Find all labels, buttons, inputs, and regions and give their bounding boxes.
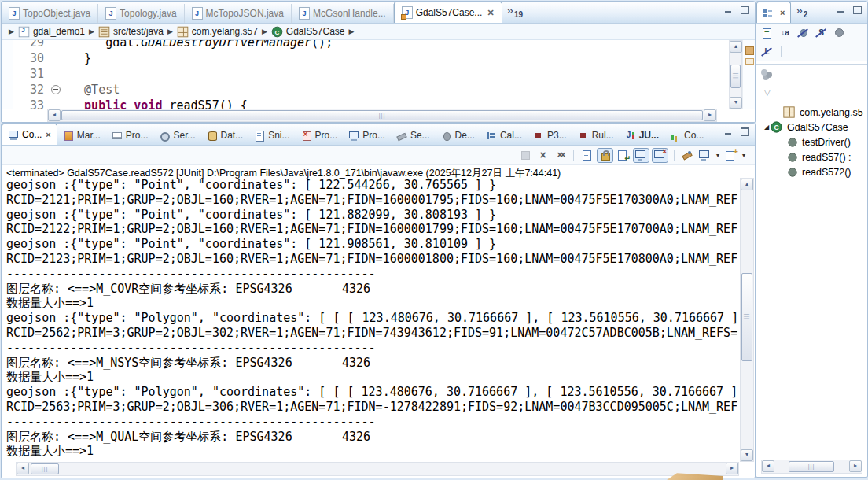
view-tab[interactable]: Ser...	[153, 126, 200, 145]
editor-tab[interactable]: Topology.java	[98, 4, 185, 23]
close-icon[interactable]: ×	[46, 130, 50, 139]
view-tab[interactable]: Pro...	[106, 126, 154, 145]
editor-tab[interactable]: McTopoJSON.java	[185, 4, 292, 23]
clear-console-icon[interactable]	[579, 149, 594, 162]
maximize-button[interactable]	[740, 127, 750, 136]
maximize-button[interactable]	[852, 6, 862, 14]
close-icon[interactable]: ✕	[487, 8, 494, 18]
breadcrumb-item[interactable]: gdal_demo1	[33, 26, 85, 37]
sort-icon[interactable]	[778, 26, 793, 39]
overview-ruler	[742, 40, 755, 109]
pin-console-icon[interactable]	[680, 149, 695, 162]
code-line[interactable]: 31	[13, 66, 715, 82]
view-tab[interactable]: P3...	[528, 126, 572, 145]
collapse-all-icon[interactable]	[760, 26, 774, 39]
scrollbar-thumb[interactable]	[61, 110, 703, 120]
outline-tab-overflow-chevron[interactable]: »2	[796, 6, 807, 20]
terminate-icon[interactable]	[518, 149, 533, 162]
scrollbar-thumb[interactable]	[31, 463, 59, 474]
console-horizontal-scrollbar[interactable]: ◂ ▸	[16, 462, 739, 476]
layered-circles-icon[interactable]	[761, 69, 775, 80]
tree-item[interactable]: testDriver()	[756, 135, 867, 150]
open-console-icon[interactable]	[723, 149, 738, 162]
hide-nonpublic-icon[interactable]	[832, 26, 847, 39]
scroll-right-arrow[interactable]: ▸	[849, 460, 862, 472]
hide-local-types-icon[interactable]	[760, 45, 774, 58]
editor-vertical-scrollbar[interactable]: ▴ ▾	[729, 40, 742, 109]
view-tab[interactable]: JU...	[620, 126, 664, 145]
hide-fields-icon[interactable]	[796, 26, 811, 39]
tree-item[interactable]: readS57() :	[756, 150, 867, 164]
editor-tab[interactable]: McGsonHandle...	[292, 4, 394, 23]
view-tab[interactable]: Co...	[664, 126, 709, 145]
editor-tab[interactable]: GdalS57Case...✕	[394, 2, 502, 23]
scroll-down-arrow[interactable]: ▾	[730, 97, 742, 109]
minimize-button[interactable]	[723, 6, 734, 14]
breadcrumb-item[interactable]: src/test/java	[113, 26, 164, 37]
scroll-up-arrow[interactable]: ▴	[741, 179, 753, 190]
remove-all-terminated-icon[interactable]	[553, 149, 568, 162]
view-tab[interactable]: De...	[436, 126, 480, 145]
tree-expander[interactable]: ◢	[763, 124, 771, 131]
console-output[interactable]: geojson :{"type": "Point", "coordinates"…	[2, 178, 741, 462]
outline-horizontal-scrollbar[interactable]: ◂ ▸	[761, 460, 862, 474]
dropdown-arrow-icon[interactable]: ▾	[716, 152, 719, 159]
scroll-left-arrow[interactable]: ◂	[48, 109, 61, 121]
display-console-icon[interactable]	[697, 149, 712, 162]
view-tab[interactable]: Rul...	[572, 126, 620, 145]
scroll-lock-icon[interactable]	[597, 148, 613, 163]
code-segment: }	[84, 51, 91, 65]
console-vertical-scrollbar[interactable]: ▴ ▾	[740, 178, 754, 462]
scrollbar-thumb[interactable]	[730, 65, 741, 88]
scroll-right-arrow[interactable]: ▸	[704, 109, 716, 121]
show-stderr-icon[interactable]	[652, 148, 668, 163]
console-line: RCID=2563;PRIM=3;GRUP=2;OBJL=306;RVER=1;…	[6, 400, 741, 415]
scrollbar-thumb[interactable]	[741, 273, 752, 361]
fold-collapse-icon[interactable]	[51, 85, 61, 94]
scroll-up-arrow[interactable]: ▴	[730, 41, 742, 53]
view-tab[interactable]: Se...	[391, 126, 436, 145]
minimize-button[interactable]	[723, 127, 734, 136]
code-editor[interactable]: 29 gdal.GDALDestroyDriverManager();30 }3…	[2, 40, 755, 122]
view-tab[interactable]: Co...×	[2, 124, 57, 145]
minimize-button[interactable]	[836, 6, 846, 14]
show-stdout-icon[interactable]	[633, 148, 649, 163]
view-tab[interactable]: Pro...	[296, 126, 344, 145]
code-line[interactable]: 30 }	[13, 50, 715, 66]
tree-item[interactable]: readS572()	[756, 164, 867, 179]
view-tab[interactable]: Cal...	[480, 126, 528, 145]
view-tab[interactable]: Sni...	[248, 126, 295, 145]
code-line[interactable]: 32 @Test	[13, 82, 715, 98]
tree-item[interactable]: ◢GdalS57Case	[756, 120, 867, 135]
dropdown-arrow-icon[interactable]: ▾	[742, 152, 745, 159]
tree-item[interactable]: com.yelang.s5	[756, 105, 867, 120]
breadcrumb-item[interactable]: GdalS57Case	[286, 26, 345, 37]
maximize-button[interactable]	[740, 6, 750, 14]
breadcrumb-item[interactable]: com.yelang.s57	[192, 26, 258, 37]
hide-static-icon[interactable]	[814, 26, 829, 39]
editor-tab-label: McGsonHandle...	[313, 8, 386, 19]
scroll-left-arrow[interactable]: ◂	[762, 460, 774, 472]
scroll-right-arrow[interactable]: ▸	[726, 463, 738, 474]
view-menu-chevron[interactable]: ▽	[764, 88, 867, 97]
view-tab[interactable]: Mar...	[57, 126, 106, 145]
console-line: 数据量大小==>1	[6, 296, 741, 311]
editor-tab-overflow-chevron[interactable]: »19	[507, 6, 523, 20]
editor-horizontal-scrollbar[interactable]: ◂ ▸	[47, 109, 717, 122]
line-number: 29	[13, 40, 50, 50]
scroll-down-arrow[interactable]: ▾	[741, 449, 753, 461]
scroll-left-arrow[interactable]: ◂	[17, 463, 29, 474]
editor-tab[interactable]: TopoObject.java	[2, 4, 98, 23]
close-icon[interactable]: ×	[780, 8, 785, 17]
view-tab-label: Rul...	[592, 130, 614, 141]
scrollbar-thumb[interactable]	[789, 461, 834, 472]
word-wrap-icon[interactable]	[616, 149, 631, 162]
view-tab[interactable]: Dat...	[201, 126, 249, 145]
annotation-mark[interactable]	[745, 46, 754, 55]
annotation-mark[interactable]	[745, 58, 754, 65]
view-tab[interactable]: Pro...	[343, 126, 391, 145]
remove-launch-icon[interactable]	[535, 149, 550, 162]
coverage-icon	[670, 131, 681, 141]
code-line[interactable]: 29 gdal.GDALDestroyDriverManager();	[13, 40, 715, 50]
tab-outline[interactable]: ×	[756, 2, 791, 23]
